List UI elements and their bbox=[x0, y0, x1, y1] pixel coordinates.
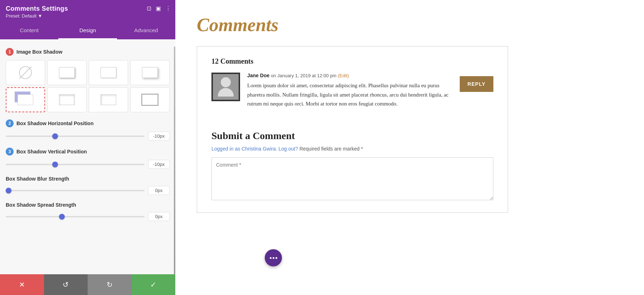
submit-title: Submit a Comment bbox=[211, 130, 493, 142]
shadow-option-6[interactable] bbox=[89, 87, 128, 112]
section-num-1: 1 bbox=[6, 48, 14, 56]
vertical-slider-row: -10px bbox=[6, 160, 170, 169]
blur-strength-value[interactable]: 0px bbox=[148, 186, 170, 195]
page-title: Comments bbox=[197, 14, 623, 35]
dot-3 bbox=[275, 257, 277, 259]
tab-design[interactable]: Design bbox=[58, 22, 117, 39]
comment-textarea[interactable] bbox=[211, 157, 493, 200]
section-num-2: 2 bbox=[6, 119, 14, 127]
shadow-option-2[interactable] bbox=[89, 60, 128, 85]
avatar-person bbox=[213, 74, 239, 100]
comment-author: Jane Doe bbox=[247, 73, 269, 78]
tab-advanced[interactable]: Advanced bbox=[117, 22, 175, 39]
shadow-option-7[interactable] bbox=[130, 87, 170, 112]
blur-label-row: Box Shadow Blur Strength bbox=[6, 176, 170, 182]
comment-meta: Jane Doe on January 1, 2019 at 12:00 pm … bbox=[247, 73, 453, 78]
blur-slider-row: 0px bbox=[6, 186, 170, 195]
blur-strength-title: Box Shadow Blur Strength bbox=[6, 176, 69, 182]
horizontal-position-slider[interactable] bbox=[6, 136, 145, 137]
logged-in-name-link[interactable]: Logged in as Christina Gwira. bbox=[211, 146, 277, 152]
blur-strength-section: Box Shadow Blur Strength 0px bbox=[6, 176, 170, 195]
comment-item: Jane Doe on January 1, 2019 at 12:00 pm … bbox=[211, 73, 453, 109]
avatar bbox=[211, 73, 240, 101]
shadow-option-1[interactable] bbox=[47, 60, 87, 85]
no-shadow-icon bbox=[19, 66, 32, 79]
horizontal-position-title: Box Shadow Horizontal Position bbox=[16, 121, 93, 126]
tabs-row: Content Design Advanced bbox=[0, 22, 175, 39]
panel-header: Comments Settings Preset: Default ▼ ⊡ ▣ … bbox=[0, 0, 175, 22]
comments-box: 12 Comments Jane Doe on January 1, 2019 … bbox=[197, 46, 508, 213]
panel-title: Comments Settings bbox=[6, 5, 170, 13]
image-box-shadow-title: Image Box Shadow bbox=[16, 49, 62, 55]
shadow-preview-3 bbox=[142, 67, 158, 78]
horizontal-label-row: 2 Box Shadow Horizontal Position bbox=[6, 119, 170, 127]
spread-strength-value[interactable]: 0px bbox=[148, 212, 170, 221]
dot-2 bbox=[273, 257, 274, 259]
save-icon: ✓ bbox=[150, 280, 156, 289]
spread-strength-slider[interactable] bbox=[6, 216, 145, 217]
shadow-preview-2 bbox=[101, 67, 116, 78]
redo-button[interactable]: ↻ bbox=[88, 274, 132, 295]
avatar-head bbox=[221, 77, 231, 87]
spread-slider-row: 0px bbox=[6, 212, 170, 221]
required-fields-text: Required fields are marked * bbox=[299, 146, 363, 152]
panel-toolbar: ✕ ↺ ↻ ✓ bbox=[0, 274, 175, 295]
submit-section: Submit a Comment Logged in as Christina … bbox=[211, 130, 493, 202]
vertical-label-row: 3 Box Shadow Vertical Position bbox=[6, 148, 170, 156]
comment-date: on January 1, 2019 at 12:00 pm bbox=[271, 73, 337, 78]
right-content: Comments 12 Comments Jane Doe on January… bbox=[175, 0, 644, 295]
shadow-preview-5 bbox=[59, 94, 75, 105]
shadow-option-none[interactable] bbox=[6, 60, 45, 85]
avatar-body bbox=[218, 88, 234, 97]
save-button[interactable]: ✓ bbox=[132, 274, 176, 295]
layout-icon[interactable]: ▣ bbox=[156, 5, 161, 12]
vertical-position-title: Box Shadow Vertical Position bbox=[16, 149, 87, 154]
tab-content[interactable]: Content bbox=[0, 22, 58, 39]
panel-preset[interactable]: Preset: Default ▼ bbox=[6, 13, 170, 19]
spread-label-row: Box Shadow Spread Strength bbox=[6, 202, 170, 208]
left-panel: Comments Settings Preset: Default ▼ ⊡ ▣ … bbox=[0, 0, 175, 295]
reply-button[interactable]: REPLY bbox=[460, 76, 493, 92]
undo-icon: ↺ bbox=[63, 280, 69, 289]
comments-count: 12 Comments bbox=[211, 57, 493, 65]
cancel-button[interactable]: ✕ bbox=[0, 274, 44, 295]
image-box-shadow-label: 1 Image Box Shadow bbox=[6, 48, 170, 56]
horizontal-slider-row: -10px bbox=[6, 132, 170, 141]
spread-strength-section: Box Shadow Spread Strength 0px bbox=[6, 202, 170, 221]
shadow-preview-4 bbox=[18, 94, 33, 105]
blur-strength-slider[interactable] bbox=[6, 190, 145, 191]
shadow-option-5[interactable] bbox=[47, 87, 87, 112]
floating-action-button[interactable] bbox=[265, 249, 282, 266]
vertical-position-section: 3 Box Shadow Vertical Position -10px bbox=[6, 148, 170, 169]
cancel-icon: ✕ bbox=[19, 280, 25, 289]
shadow-grid bbox=[6, 60, 170, 112]
comment-text: Lorem ipsum dolor sit amet, consectetur … bbox=[247, 81, 453, 109]
edit-link[interactable]: (Edit) bbox=[338, 73, 349, 78]
horizontal-position-section: 2 Box Shadow Horizontal Position -10px bbox=[6, 119, 170, 141]
more-icon[interactable]: ⋮ bbox=[165, 5, 171, 12]
shadow-option-3[interactable] bbox=[130, 60, 170, 85]
undo-button[interactable]: ↺ bbox=[44, 274, 88, 295]
dot-1 bbox=[270, 257, 272, 259]
logout-link[interactable]: Log out? bbox=[279, 146, 298, 152]
horizontal-position-value[interactable]: -10px bbox=[148, 132, 170, 141]
shadow-option-4[interactable] bbox=[6, 87, 45, 112]
shadow-preview-7 bbox=[142, 94, 158, 105]
shadow-preview-6 bbox=[101, 94, 116, 105]
redo-icon: ↻ bbox=[107, 280, 113, 289]
vertical-position-slider[interactable] bbox=[6, 164, 145, 165]
panel-body: 1 Image Box Shadow bbox=[0, 39, 175, 274]
shadow-preview-1 bbox=[59, 67, 75, 78]
panel-header-icons: ⊡ ▣ ⋮ bbox=[147, 5, 171, 12]
section-num-3: 3 bbox=[6, 148, 14, 156]
comment-content: Jane Doe on January 1, 2019 at 12:00 pm … bbox=[247, 73, 453, 109]
floating-dots-icon bbox=[270, 257, 277, 259]
comment-row-wrapper: Jane Doe on January 1, 2019 at 12:00 pm … bbox=[211, 73, 493, 119]
logged-in-text: Logged in as Christina Gwira. Log out? R… bbox=[211, 146, 493, 152]
expand-icon[interactable]: ⊡ bbox=[147, 5, 151, 12]
spread-strength-title: Box Shadow Spread Strength bbox=[6, 202, 76, 208]
vertical-position-value[interactable]: -10px bbox=[148, 160, 170, 169]
panel-scroll-indicator bbox=[174, 46, 175, 274]
